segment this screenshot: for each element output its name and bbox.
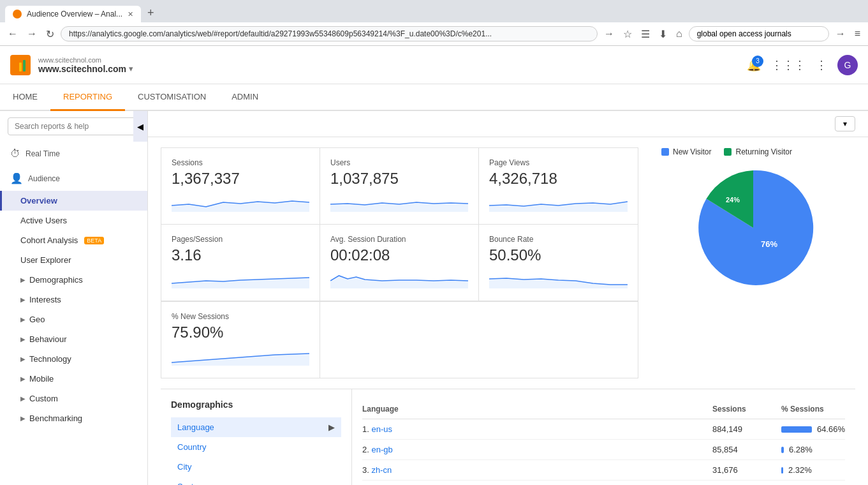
row2-lang: 2. en-gb: [362, 445, 707, 454]
demo-nav-city[interactable]: City: [171, 457, 341, 477]
search-go-button[interactable]: →: [833, 27, 848, 41]
sidebar-collapse-button[interactable]: ◀: [133, 111, 147, 142]
svg-marker-3: [172, 201, 309, 212]
sidebar-item-technology[interactable]: ▶ Technology: [0, 349, 147, 369]
property-dropdown-arrow[interactable]: ▾: [129, 64, 133, 73]
interests-chevron: ▶: [20, 296, 26, 303]
metric-bounce-rate: Bounce Rate 50.50%: [479, 225, 638, 301]
new-tab-button[interactable]: +: [142, 4, 159, 22]
behaviour-label: Behaviour: [29, 334, 67, 344]
new-visitor-dot: [661, 148, 669, 156]
search-input[interactable]: [8, 117, 140, 135]
back-button[interactable]: ←: [5, 27, 20, 41]
pie-chart-svg: 76% 24%: [689, 164, 817, 292]
demographics-section: Demographics Language ▶ Country City Sy: [161, 389, 855, 485]
menu-button[interactable]: ≡: [852, 27, 863, 41]
filter-bar: ▾: [148, 111, 868, 137]
reload-button[interactable]: ↻: [43, 27, 57, 41]
content-inner: Sessions 1,367,337 Users 1,037,8: [148, 137, 868, 485]
svg-marker-5: [489, 202, 628, 212]
metrics-row-1: Sessions 1,367,337 Users 1,037,8: [161, 148, 638, 225]
avg-session-sparkline: [330, 269, 468, 288]
nav-customisation[interactable]: CUSTOMISATION: [125, 84, 219, 110]
users-label: Users: [330, 158, 468, 167]
ga-property-name: www.scitechnol.com: [38, 64, 126, 74]
more-options-icon[interactable]: ⋮: [816, 58, 827, 72]
bounce-rate-value: 50.50%: [489, 246, 628, 264]
nav-admin[interactable]: ADMIN: [219, 84, 271, 110]
sidebar-item-interests[interactable]: ▶ Interests: [0, 290, 147, 310]
demographics-right: Language Sessions % Sessions 1. en-us 88…: [352, 389, 855, 485]
content-area: ▾ Sessions 1,367,337: [148, 111, 868, 485]
demo-nav-country[interactable]: Country: [171, 437, 341, 457]
pocket-button[interactable]: ⬇: [656, 27, 670, 41]
table-row: 1. en-us 884,149 64.66%: [362, 419, 845, 440]
benchmarking-label: Benchmarking: [29, 414, 82, 423]
table-row: 4. fr 26,248 1.92%: [362, 481, 845, 485]
nav-home[interactable]: HOME: [0, 84, 50, 110]
nav-reporting[interactable]: REPORTING: [50, 84, 125, 111]
sidebar-item-geo[interactable]: ▶ Geo: [0, 310, 147, 329]
row3-lang: 3. zh-cn: [362, 465, 707, 475]
ga-app: www.scitechnol.com www.scitechnol.com ▾ …: [0, 46, 868, 485]
sidebar-item-overview[interactable]: Overview: [0, 191, 147, 211]
filter-dropdown-button[interactable]: ▾: [835, 116, 855, 131]
sessions-sparkline: [172, 193, 309, 212]
country-label: Country: [177, 442, 207, 452]
active-tab[interactable]: Audience Overview – Anal... ✕: [5, 6, 141, 22]
main-layout: ◀ ⏱ Real Time 👤 Audience Overview Active…: [0, 111, 868, 485]
mobile-chevron: ▶: [20, 375, 26, 382]
sidebar-item-demographics[interactable]: ▶ Demographics: [0, 270, 147, 290]
sidebar-section-realtime[interactable]: ⏱ Real Time: [0, 142, 147, 166]
ga-property: www.scitechnol.com www.scitechnol.com ▾: [38, 56, 133, 74]
reader-button[interactable]: ☰: [638, 27, 652, 41]
cohort-analysis-label: Cohort Analysis: [20, 235, 78, 245]
row1-session-bar: [781, 426, 812, 433]
apps-icon[interactable]: ⋮⋮⋮: [771, 58, 805, 72]
demographics-left: Demographics Language ▶ Country City Sy: [161, 389, 352, 485]
tab-close-button[interactable]: ✕: [128, 10, 133, 19]
sidebar-item-cohort-analysis[interactable]: Cohort Analysis BETA: [0, 230, 147, 250]
browser-search-input[interactable]: [689, 26, 829, 41]
forward-button[interactable]: →: [24, 27, 40, 41]
beta-badge: BETA: [84, 237, 104, 244]
city-label: City: [177, 462, 191, 472]
row2-lang-link[interactable]: en-gb: [371, 445, 392, 454]
svg-marker-9: [172, 354, 309, 366]
sidebar-item-behaviour[interactable]: ▶ Behaviour: [0, 329, 147, 349]
row2-bar-container: 6.28%: [781, 445, 845, 454]
users-value: 1,037,875: [330, 170, 468, 188]
sidebar-item-user-explorer[interactable]: User Explorer: [0, 250, 147, 270]
benchmarking-chevron: ▶: [20, 415, 26, 422]
sidebar-realtime-label: Real Time: [26, 149, 60, 158]
new-sessions-value: 75.90%: [172, 324, 309, 341]
geo-label: Geo: [29, 315, 45, 324]
new-sessions-sparkline: [172, 347, 309, 366]
demographics-title: Demographics: [171, 399, 341, 410]
home-button[interactable]: ⌂: [673, 27, 685, 41]
go-button[interactable]: →: [601, 27, 617, 41]
row1-lang-link[interactable]: en-us: [371, 424, 392, 434]
sidebar-item-mobile[interactable]: ▶ Mobile: [0, 369, 147, 389]
svg-marker-7: [330, 276, 468, 288]
ga-header-right: 🔔 3 ⋮⋮⋮ ⋮ G: [747, 55, 858, 75]
metric-pageviews: Page Views 4,326,718: [479, 148, 638, 225]
user-explorer-label: User Explorer: [20, 255, 71, 265]
demographics-chevron: ▶: [20, 276, 26, 283]
bookmark-button[interactable]: ☆: [621, 27, 635, 41]
sidebar-item-active-users[interactable]: Active Users: [0, 211, 147, 230]
demo-nav-language[interactable]: Language ▶: [171, 417, 341, 437]
language-label: Language: [177, 422, 214, 432]
sidebar-item-benchmarking[interactable]: ▶ Benchmarking: [0, 408, 147, 428]
col-pct-sessions: % Sessions: [781, 405, 845, 414]
url-bar[interactable]: [61, 26, 598, 41]
row1-num: 1.: [362, 424, 371, 434]
notification-button-wrap[interactable]: 🔔 3: [747, 58, 761, 72]
row3-lang-link[interactable]: zh-cn: [371, 465, 392, 475]
metrics-grid: Sessions 1,367,337 Users 1,037,8: [161, 147, 638, 302]
user-avatar[interactable]: G: [837, 55, 858, 75]
sidebar-section-audience[interactable]: 👤 Audience: [0, 166, 147, 191]
demo-nav-system[interactable]: System: [171, 477, 341, 485]
sidebar-item-custom[interactable]: ▶ Custom: [0, 389, 147, 408]
row1-lang: 1. en-us: [362, 424, 707, 434]
